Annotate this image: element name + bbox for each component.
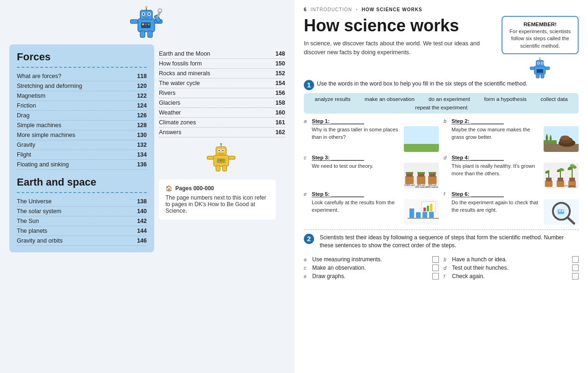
toc-right-column: Earth and the Moon148How fossils form150… bbox=[159, 44, 285, 252]
step-cell: c Step 3: ___________ We need to test ou… bbox=[304, 155, 439, 188]
toc-item-label: Answers bbox=[159, 129, 181, 136]
toc-item-page: 138 bbox=[137, 198, 147, 205]
check-box[interactable] bbox=[572, 256, 579, 263]
toc-item-label: Friction bbox=[17, 102, 135, 109]
toc-item-label: How fossils form bbox=[159, 60, 202, 67]
check-box[interactable] bbox=[432, 273, 439, 280]
toc-item: Drag126 bbox=[17, 111, 147, 121]
step-line: Step 6: ___________ bbox=[452, 191, 504, 197]
step-cell: a Step 1: ___________ Why is the grass t… bbox=[304, 118, 439, 152]
svg-text:50% manure: 50% manure bbox=[426, 186, 438, 188]
earth-items: The Universe138The solar system140The Su… bbox=[17, 197, 147, 246]
step-body: We need to test our theory. 100% soil 80… bbox=[312, 163, 439, 188]
step-line: Step 2: ___________ bbox=[452, 118, 504, 124]
step-text: Why is the grass taller in some places t… bbox=[312, 126, 401, 141]
toc-item-page: 136 bbox=[137, 161, 147, 168]
step-content: Step 3: ___________ We need to test our … bbox=[312, 155, 439, 188]
step-body: Why is the grass taller in some places t… bbox=[312, 126, 439, 152]
toc-item-page: 118 bbox=[137, 73, 147, 79]
step-cell: b Step 2: ___________ Maybe the cow manu… bbox=[444, 118, 579, 152]
check-item-text: Make an observation. bbox=[312, 265, 430, 271]
svg-point-40 bbox=[541, 63, 543, 64]
toc-item: What are forces?118 bbox=[17, 72, 147, 81]
page-number: 6 bbox=[304, 7, 307, 12]
check-item-label: a bbox=[304, 257, 309, 262]
robot-middle-illustration bbox=[206, 142, 238, 175]
step-content: Step 5: ___________ Look carefully at th… bbox=[312, 191, 439, 225]
toc-item-label: Climate zones bbox=[159, 119, 196, 126]
toc-item: More simple machines130 bbox=[17, 130, 147, 140]
svg-rect-46 bbox=[541, 74, 544, 78]
svg-rect-56 bbox=[544, 140, 557, 144]
toc-item-label: Earth and the Moon bbox=[159, 50, 210, 57]
svg-point-23 bbox=[219, 150, 220, 151]
checklist-item: e Draw graphs. bbox=[304, 273, 439, 280]
check-box[interactable] bbox=[572, 265, 579, 271]
word-item: analyze results bbox=[315, 96, 351, 102]
svg-rect-73 bbox=[545, 180, 552, 187]
step-line: Step 5: ___________ bbox=[312, 191, 364, 197]
svg-rect-83 bbox=[569, 178, 575, 181]
svg-rect-47 bbox=[537, 69, 543, 73]
step-content: Step 4: ___________ This plant is really… bbox=[452, 155, 579, 188]
toc-item-page: 142 bbox=[137, 218, 147, 224]
robot-top-illustration bbox=[129, 5, 166, 42]
toc-item-page: 132 bbox=[137, 142, 147, 148]
svg-rect-74 bbox=[546, 178, 552, 181]
toc-item-page: 128 bbox=[137, 122, 147, 129]
check-box[interactable] bbox=[432, 256, 439, 263]
header-left: How science works In science, we discove… bbox=[304, 16, 502, 63]
svg-rect-67 bbox=[428, 176, 437, 184]
checklist-item: f Check again. bbox=[444, 273, 579, 280]
toc-item-page: 156 bbox=[275, 90, 285, 96]
check-item-text: Check again. bbox=[452, 273, 569, 280]
left-panel: Forces What are forces?118Stretching and… bbox=[0, 0, 294, 373]
svg-rect-18 bbox=[148, 23, 150, 25]
toc-item-page: 144 bbox=[137, 228, 147, 234]
step-label: d bbox=[444, 155, 449, 160]
toc-forces-section: Forces What are forces?118Stretching and… bbox=[9, 44, 154, 252]
word-item: do an experiment bbox=[429, 96, 470, 102]
svg-rect-50 bbox=[404, 126, 439, 144]
toc-item-label: Drag bbox=[17, 112, 135, 119]
activity1-num: 1 bbox=[304, 80, 314, 90]
breadcrumb-text: INTRODUCTION bbox=[311, 7, 352, 12]
toc-item-page: 161 bbox=[275, 119, 285, 126]
step-label: c bbox=[304, 155, 309, 160]
step-label: e bbox=[304, 191, 309, 197]
checklist-item: b Have a hunch or idea. bbox=[444, 256, 579, 263]
svg-text:20% manure: 20% manure bbox=[415, 186, 427, 188]
checklist-item: a Use measuring instruments. bbox=[304, 256, 439, 263]
svg-point-5 bbox=[148, 13, 150, 15]
step-content: Step 2: ___________ Maybe the cow manure… bbox=[452, 118, 579, 152]
toc-item-page: 140 bbox=[137, 208, 147, 215]
svg-rect-60 bbox=[406, 172, 413, 174]
toc-item: Friction124 bbox=[17, 101, 147, 111]
toc-item-page: 158 bbox=[275, 100, 285, 106]
check-box[interactable] bbox=[432, 265, 439, 271]
forces-divider bbox=[17, 67, 147, 68]
svg-point-55 bbox=[560, 136, 570, 140]
activity1-header: 1 Use the words in the word box to help … bbox=[304, 80, 579, 90]
check-item-text: Draw graphs. bbox=[312, 273, 430, 280]
svg-point-7 bbox=[145, 6, 148, 8]
forces-items: What are forces?118Stretching and deform… bbox=[17, 72, 147, 170]
toc-item: Stretching and deforming120 bbox=[17, 81, 147, 91]
toc-item: The Universe138 bbox=[17, 197, 147, 207]
svg-rect-91 bbox=[408, 218, 439, 219]
toc-item-label: What are forces? bbox=[17, 73, 135, 79]
toc-item-label: The water cycle bbox=[159, 80, 200, 86]
activity1-instruction: Use the words in the word box to help yo… bbox=[317, 80, 579, 88]
svg-rect-49 bbox=[404, 144, 439, 152]
earth-divider bbox=[17, 192, 147, 193]
toc-item: Flight134 bbox=[17, 150, 147, 160]
svg-rect-28 bbox=[229, 156, 235, 159]
remember-card: REMEMBER! For experiments, scientists fo… bbox=[502, 16, 579, 54]
toc-item-label: The solar system bbox=[17, 208, 135, 215]
svg-rect-98 bbox=[427, 206, 429, 211]
step-text: This plant is really healthy. It's grown… bbox=[452, 163, 541, 177]
step-text: Maybe the cow manure makes the grass gro… bbox=[452, 126, 541, 141]
svg-point-39 bbox=[538, 63, 539, 64]
toc-container: Forces What are forces?118Stretching and… bbox=[9, 44, 285, 252]
check-box[interactable] bbox=[572, 273, 579, 280]
